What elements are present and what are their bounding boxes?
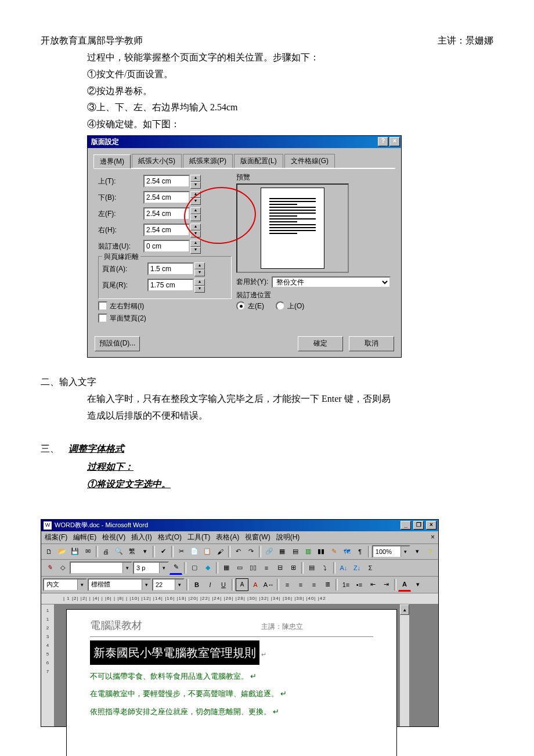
decrease-indent-icon[interactable]: ⇤ (366, 578, 379, 591)
insert-table-icon[interactable]: ▤ (289, 545, 301, 558)
merge-cells-icon[interactable]: ▭ (233, 561, 246, 574)
font-size-combo[interactable]: 22 (152, 578, 185, 591)
eraser-icon[interactable]: ◇ (56, 561, 69, 574)
undo-icon[interactable]: ↶ (232, 545, 244, 558)
insert-table-icon[interactable]: ▦ (220, 561, 233, 574)
spin-down-icon[interactable]: ▾ (194, 269, 205, 276)
spin-down-icon[interactable]: ▾ (190, 214, 201, 221)
default-button[interactable]: 預設值(D)... (95, 336, 140, 351)
spin-down-icon[interactable]: ▾ (190, 198, 201, 205)
menu-table[interactable]: 表格(A) (216, 532, 239, 542)
sort-asc-icon[interactable]: A↓ (337, 561, 350, 574)
new-icon[interactable]: 🗋 (43, 545, 55, 558)
line-weight-combo[interactable]: 3 p (133, 561, 169, 574)
two-per-page-checkbox[interactable] (98, 314, 107, 323)
align-icon[interactable]: ≡ (260, 561, 273, 574)
align-right-icon[interactable]: ≡ (308, 578, 320, 591)
footer-dist-input[interactable] (147, 279, 194, 291)
numbering-icon[interactable]: 1≡ (340, 578, 352, 591)
distribute-rows-icon[interactable]: ⊟ (273, 561, 286, 574)
menu-insert[interactable]: 插入(I) (131, 532, 151, 542)
underline-icon[interactable]: U (217, 578, 230, 591)
cut-icon[interactable]: ✂ (175, 545, 187, 558)
tab-doc-grid[interactable]: 文件格線(G) (284, 154, 335, 168)
tab-paper-size[interactable]: 紙張大小(S) (132, 154, 182, 168)
document-map-icon[interactable]: 🗺 (341, 545, 353, 558)
close-icon[interactable]: × (389, 137, 400, 146)
minimize-icon[interactable]: _ (400, 521, 411, 530)
chevron-down-icon[interactable]: ▾ (412, 578, 424, 591)
autosum-icon[interactable]: Σ (364, 561, 377, 574)
bullets-icon[interactable]: •≡ (353, 578, 366, 591)
menu-help[interactable]: 說明(H) (276, 532, 300, 542)
spin-up-icon[interactable]: ▴ (190, 191, 201, 198)
gutter-left-radio[interactable] (236, 301, 246, 311)
menu-file[interactable]: 檔案(F) (45, 532, 67, 542)
spin-down-icon[interactable]: ▾ (190, 231, 201, 237)
print-icon[interactable]: 🖨 (100, 545, 112, 558)
pen-icon[interactable]: ✎ (43, 561, 56, 574)
increase-indent-icon[interactable]: ⇥ (380, 578, 392, 591)
chevron-down-icon[interactable]: ▾ (411, 545, 423, 558)
spin-up-icon[interactable]: ▴ (190, 207, 201, 214)
spin-up-icon[interactable]: ▴ (190, 224, 201, 231)
split-cells-icon[interactable]: ▯▯ (247, 561, 259, 574)
margin-right-input[interactable] (143, 224, 190, 236)
menu-tools[interactable]: 工具(T) (187, 532, 210, 542)
format-painter-icon[interactable]: 🖌 (214, 545, 226, 558)
border-icon[interactable]: ▢ (188, 561, 201, 574)
redo-icon[interactable]: ↷ (245, 545, 257, 558)
print-preview-icon[interactable]: 🔍 (113, 545, 125, 558)
align-justify-icon[interactable]: ≣ (321, 578, 334, 591)
paste-icon[interactable]: 📋 (201, 545, 213, 558)
align-left-icon[interactable]: ≡ (281, 578, 294, 591)
spellcheck-icon[interactable]: ✔ (157, 545, 169, 558)
bold-icon[interactable]: B (190, 578, 203, 591)
excel-icon[interactable]: ▥ (302, 545, 314, 558)
char-border-icon[interactable]: A (236, 578, 248, 591)
tab-paper-source[interactable]: 紙張來源(P) (183, 154, 233, 168)
margin-left-input[interactable] (143, 207, 190, 220)
columns-icon[interactable]: ▮▮ (315, 545, 327, 558)
document-page[interactable]: 電腦課教材 主講：陳忠立 新泰國民小學電腦教室管理規則 ↵ 不可以攜帶零食、飲料… (66, 609, 397, 756)
spin-up-icon[interactable]: ▴ (190, 240, 201, 247)
cancel-button[interactable]: 取消 (349, 336, 394, 351)
menu-window[interactable]: 視窗(W) (245, 532, 270, 542)
spin-down-icon[interactable]: ▾ (194, 286, 205, 293)
menu-format[interactable]: 格式(O) (158, 532, 182, 542)
zoom-combo[interactable]: 100% (372, 545, 410, 558)
mail-icon[interactable]: ✉ (82, 545, 94, 558)
sort-desc-icon[interactable]: Z↓ (351, 561, 363, 574)
margin-top-input[interactable] (143, 175, 190, 188)
scroll-up-icon[interactable]: ▴ (400, 604, 409, 615)
hyperlink-icon[interactable]: 🔗 (263, 545, 275, 558)
maximize-icon[interactable]: ❐ (413, 521, 424, 530)
italic-icon[interactable]: I (204, 578, 217, 591)
window-close-icon[interactable]: × (426, 521, 436, 530)
fill-color-icon[interactable]: ◆ (201, 561, 214, 574)
save-icon[interactable]: 💾 (69, 545, 81, 558)
horizontal-ruler[interactable]: | 1 |2| |2| | |4| | |6| | |8| | |10| |12… (41, 593, 438, 604)
spin-up-icon[interactable]: ▴ (194, 262, 205, 269)
menu-edit[interactable]: 編輯(E) (73, 532, 96, 542)
margin-bottom-input[interactable] (143, 191, 190, 204)
char-scaling-icon[interactable]: A↔ (262, 578, 275, 591)
tables-borders-icon[interactable]: ▦ (276, 545, 288, 558)
vertical-scrollbar[interactable]: ▴ (399, 604, 409, 726)
mirror-margins-checkbox[interactable] (98, 301, 107, 311)
text-direction-icon[interactable]: ⤵ (319, 561, 331, 574)
align-center-icon[interactable]: ≡ (294, 578, 307, 591)
spin-down-icon[interactable]: ▾ (190, 182, 201, 189)
tab-layout[interactable]: 版面配置(L) (234, 154, 283, 168)
font-combo[interactable]: 標楷體 (88, 578, 151, 591)
spin-down-icon[interactable]: ▾ (190, 247, 201, 254)
header-dist-input[interactable] (147, 262, 194, 275)
doc-close-icon[interactable]: × (431, 533, 435, 541)
gutter-input[interactable] (143, 240, 190, 253)
copy-icon[interactable]: 📄 (188, 545, 200, 558)
open-icon[interactable]: 📂 (56, 545, 68, 558)
distribute-cols-icon[interactable]: ⊞ (287, 561, 300, 574)
vertical-ruler[interactable]: 1 1 2 3 4 5 6 7 (41, 604, 55, 726)
border-color-icon[interactable]: ✎ (169, 561, 182, 575)
ime-icon[interactable]: 繁 (126, 545, 138, 558)
